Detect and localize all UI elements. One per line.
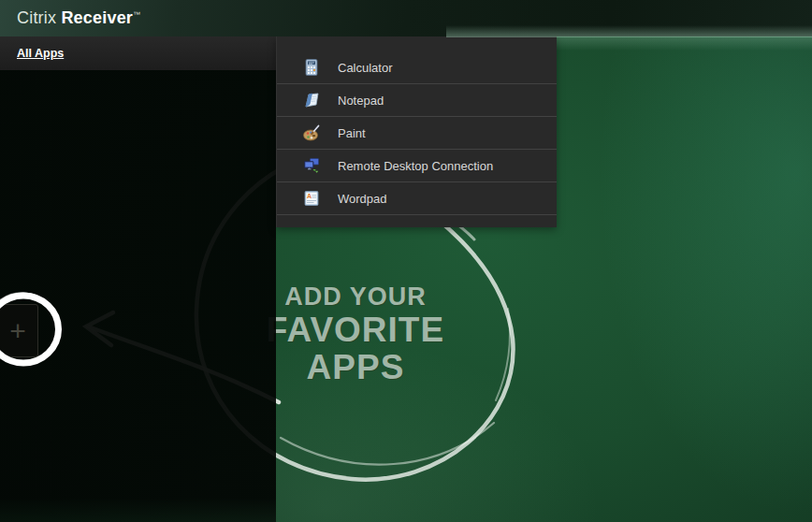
app-header: Citrix Receiver™ — [0, 0, 812, 36]
menu-item-label: Paint — [338, 126, 366, 140]
app-logo: Citrix Receiver™ — [17, 8, 140, 28]
notepad-icon — [302, 91, 321, 109]
paint-icon — [302, 123, 321, 142]
trademark: ™ — [133, 10, 140, 19]
dim-overlay — [0, 36, 276, 522]
citrix-receiver-window: { "header": { "brand_light": "Citrix", "… — [0, 0, 812, 522]
menu-item-calculator[interactable]: Calculator — [277, 51, 557, 84]
brand-citrix: Citrix — [17, 8, 56, 27]
menu-item-wordpad[interactable]: A Wordpad — [277, 182, 557, 215]
menu-item-label: Calculator — [338, 61, 393, 75]
remote-desktop-icon — [302, 156, 321, 175]
plus-icon: + — [0, 317, 26, 345]
apps-dropdown-menu: Calculator Notepad Paint Remote Desktop … — [276, 36, 557, 227]
menu-item-notepad[interactable]: Notepad — [277, 84, 557, 117]
calculator-icon — [302, 58, 321, 77]
wordpad-icon: A — [302, 189, 321, 208]
tab-all-apps[interactable]: All Apps — [17, 36, 64, 70]
nav-bar: All Apps — [0, 36, 276, 70]
menu-item-label: Remote Desktop Connection — [338, 159, 493, 173]
brand-receiver: Receiver — [61, 8, 133, 27]
add-favorites-button[interactable]: + — [0, 304, 38, 357]
menu-item-paint[interactable]: Paint — [277, 117, 557, 150]
menu-item-remote-desktop-connection[interactable]: Remote Desktop Connection — [277, 150, 557, 182]
menu-item-label: Wordpad — [338, 192, 387, 206]
svg-text:A: A — [307, 193, 312, 199]
menu-item-label: Notepad — [338, 94, 384, 108]
